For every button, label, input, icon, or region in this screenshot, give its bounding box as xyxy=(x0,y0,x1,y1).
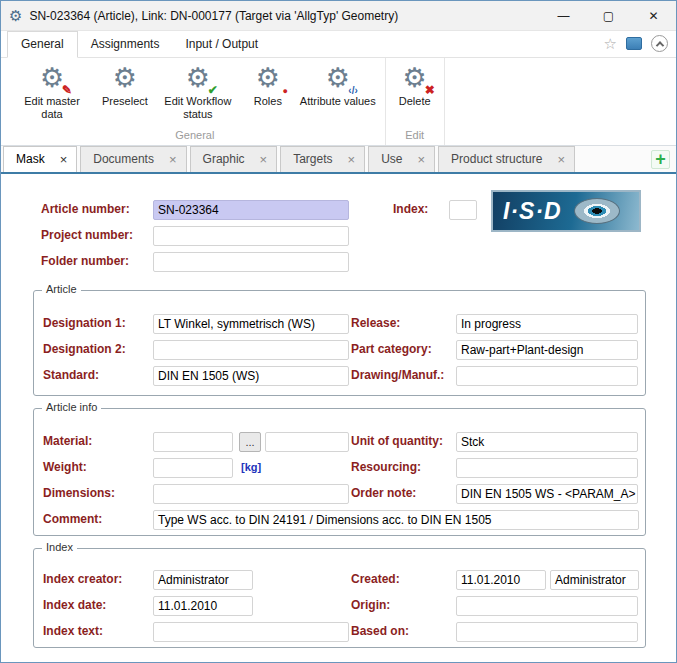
part-category-field[interactable]: Raw-part+Plant-design xyxy=(456,340,638,360)
project-number-label: Project number: xyxy=(41,228,133,242)
tab-product-structure[interactable]: Product structure × xyxy=(438,146,575,172)
ribbon-group-label-edit: Edit xyxy=(389,128,441,145)
unit-of-quantity-label: Unit of quantity: xyxy=(351,434,443,448)
index-text-label: Index text: xyxy=(43,624,103,638)
ribbon-group-label-general: General xyxy=(8,128,382,145)
isd-logo-text: I·S·D xyxy=(503,198,562,225)
ribbon-tab-general[interactable]: General xyxy=(7,31,78,58)
add-tab-button[interactable]: + xyxy=(651,150,670,169)
index-date-field[interactable]: 11.01.2010 xyxy=(153,596,253,616)
index-group-title: Index xyxy=(42,541,77,553)
comment-label: Comment: xyxy=(43,512,102,526)
created-date-field[interactable]: 11.01.2010 xyxy=(456,570,546,590)
project-number-field[interactable] xyxy=(153,226,349,246)
index-field[interactable] xyxy=(449,200,477,220)
window-title: SN-023364 (Article), Link: DN-000177 (Ta… xyxy=(29,9,541,23)
weight-unit-label: [kg] xyxy=(241,461,261,473)
tab-graphic[interactable]: Graphic × xyxy=(190,146,278,172)
comment-field[interactable]: Type WS acc. to DIN 24191 / Dimensions a… xyxy=(153,510,639,530)
favorite-star-icon[interactable]: ☆ xyxy=(604,36,617,51)
weight-field[interactable] xyxy=(153,458,233,478)
edit-master-data-button[interactable]: ⚙ ✎ Edit master data xyxy=(8,58,96,120)
preselect-icon: ⚙ xyxy=(108,62,142,95)
index-text-field[interactable] xyxy=(153,622,349,642)
edit-master-data-icon: ⚙ ✎ xyxy=(35,62,69,95)
created-by-field[interactable]: Administrator xyxy=(550,570,639,590)
close-tab-icon[interactable]: × xyxy=(60,153,68,166)
mask-tabstrip: Mask × Documents × Graphic × Targets × U… xyxy=(1,146,676,174)
close-tab-icon[interactable]: × xyxy=(348,153,356,166)
ribbon: ⚙ ✎ Edit master data ⚙ Preselect ⚙ ✔ xyxy=(1,58,676,146)
ribbon-group-edit: ⚙ ✖ Delete Edit xyxy=(386,58,445,145)
attribute-values-icon: ⚙ ‹/› xyxy=(321,62,355,95)
maximize-button[interactable]: ▢ xyxy=(586,1,631,30)
designation-1-field[interactable]: LT Winkel, symmetrisch (WS) xyxy=(153,314,349,334)
material-field[interactable] xyxy=(153,432,233,452)
designation-2-field[interactable] xyxy=(153,340,349,360)
ribbon-group-general: ⚙ ✎ Edit master data ⚙ Preselect ⚙ ✔ xyxy=(5,58,386,145)
app-icon: ⚙ xyxy=(9,7,22,25)
release-field[interactable]: In progress xyxy=(456,314,638,334)
origin-field[interactable] xyxy=(456,596,638,616)
dimensions-field[interactable] xyxy=(153,484,349,504)
index-label: Index: xyxy=(393,202,428,216)
collapse-ribbon-button[interactable] xyxy=(651,35,668,52)
based-on-field[interactable] xyxy=(456,622,638,642)
index-date-label: Index date: xyxy=(43,598,106,612)
isd-eye-graphic xyxy=(574,198,620,224)
close-button[interactable]: ✕ xyxy=(631,1,676,30)
part-category-label: Part category: xyxy=(351,342,432,356)
material-label: Material: xyxy=(43,434,92,448)
roles-icon: ⚙ ● xyxy=(251,62,285,95)
order-note-label: Order note: xyxy=(351,486,416,500)
edit-workflow-status-button[interactable]: ⚙ ✔ Edit Workflow status xyxy=(154,58,242,120)
index-creator-field[interactable]: Administrator xyxy=(153,570,253,590)
roles-button[interactable]: ⚙ ● Roles xyxy=(242,58,294,108)
tab-targets[interactable]: Targets × xyxy=(280,146,365,172)
article-number-field[interactable]: SN-023364 xyxy=(153,200,349,220)
drawing-manuf-field[interactable] xyxy=(456,366,638,386)
standard-label: Standard: xyxy=(43,368,99,382)
folder-number-field[interactable] xyxy=(153,252,349,272)
close-tab-icon[interactable]: × xyxy=(260,153,268,166)
article-group-title: Article xyxy=(42,283,81,295)
ribbon-tab-row: General Assignments Input / Output ☆ xyxy=(1,31,676,58)
standard-field[interactable]: DIN EN 1505 (WS) xyxy=(153,366,349,386)
resourcing-field[interactable] xyxy=(456,458,638,478)
tab-mask[interactable]: Mask × xyxy=(3,146,77,172)
ribbon-corner-tools: ☆ xyxy=(604,35,668,52)
close-tab-icon[interactable]: × xyxy=(169,153,177,166)
unit-of-quantity-field[interactable]: Stck xyxy=(456,432,638,452)
attribute-values-button[interactable]: ⚙ ‹/› Attribute values xyxy=(294,58,382,108)
close-tab-icon[interactable]: × xyxy=(417,153,425,166)
workflow-status-icon: ⚙ ✔ xyxy=(181,62,215,95)
order-note-field[interactable]: DIN EN 1505 WS - <PARAM_A> xyxy=(456,484,638,504)
panel-icon[interactable] xyxy=(626,37,642,50)
tab-use[interactable]: Use × xyxy=(368,146,435,172)
article-number-label: Article number: xyxy=(41,202,130,216)
designation-1-label: Designation 1: xyxy=(43,316,126,330)
close-tab-icon[interactable]: × xyxy=(557,153,565,166)
drawing-manuf-label: Drawing/Manuf.: xyxy=(351,368,444,382)
based-on-label: Based on: xyxy=(351,624,409,638)
dimensions-label: Dimensions: xyxy=(43,486,115,500)
preselect-button[interactable]: ⚙ Preselect xyxy=(96,58,154,108)
index-creator-label: Index creator: xyxy=(43,572,122,586)
code-icon: ‹/› xyxy=(348,86,357,96)
minimize-button[interactable]: — xyxy=(541,1,586,30)
resourcing-label: Resourcing: xyxy=(351,460,421,474)
dot-icon: ● xyxy=(282,87,287,96)
titlebar: ⚙ SN-023364 (Article), Link: DN-000177 (… xyxy=(1,1,676,31)
article-master-data-window: ⚙ SN-023364 (Article), Link: DN-000177 (… xyxy=(0,0,677,663)
release-label: Release: xyxy=(351,316,400,330)
isd-logo: I·S·D xyxy=(491,190,641,232)
folder-number-label: Folder number: xyxy=(41,254,129,268)
pencil-icon: ✎ xyxy=(62,84,72,96)
ribbon-tab-assignments[interactable]: Assignments xyxy=(78,32,173,57)
delete-button[interactable]: ⚙ ✖ Delete xyxy=(389,58,441,108)
origin-label: Origin: xyxy=(351,598,390,612)
ribbon-tab-input-output[interactable]: Input / Output xyxy=(172,32,271,57)
tab-documents[interactable]: Documents × xyxy=(80,146,186,172)
material-browse-button[interactable]: ... xyxy=(239,432,261,452)
material-2-field[interactable] xyxy=(265,432,349,452)
